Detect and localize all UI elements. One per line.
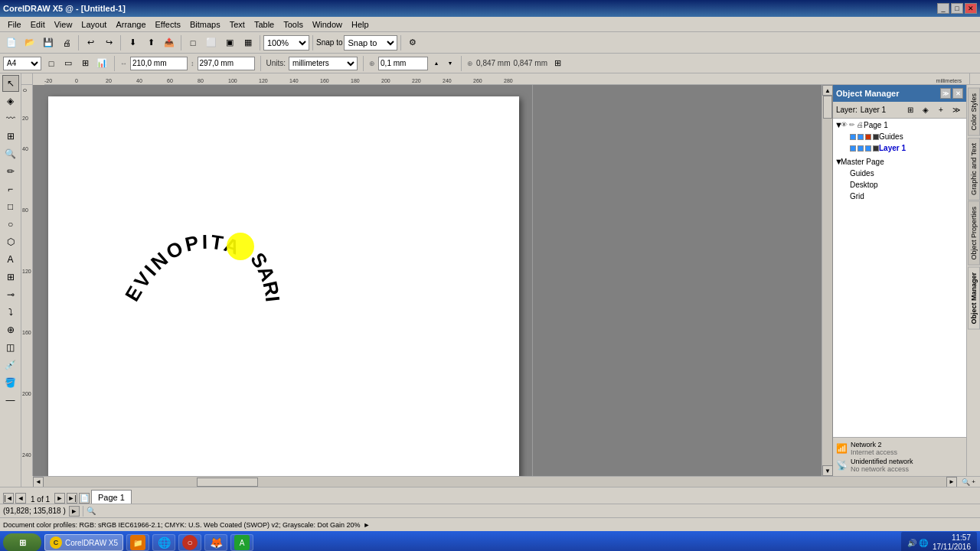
taskbar-app-app1[interactable]: ○ xyxy=(178,534,201,551)
nudge-up[interactable]: ▲ xyxy=(431,60,442,67)
prev-page-button[interactable]: ◄ xyxy=(15,493,26,504)
close-button[interactable]: ✕ xyxy=(965,3,977,14)
menu-arrange[interactable]: Arrange xyxy=(111,18,150,31)
dimension-tool[interactable]: ⊸ xyxy=(2,286,19,303)
units-select[interactable]: millimeters inches pixels xyxy=(289,57,358,70)
print-button[interactable]: 🖨 xyxy=(58,34,75,51)
page-width-input[interactable] xyxy=(130,57,188,70)
page-height-input[interactable] xyxy=(198,57,255,70)
options-button[interactable]: ⚙ xyxy=(404,34,421,51)
menu-layout[interactable]: Layout xyxy=(77,18,111,31)
tree-toggle-master[interactable]: ▼ xyxy=(835,157,841,166)
colorpicker-tool[interactable]: 💉 xyxy=(2,357,19,373)
open-button[interactable]: 📂 xyxy=(21,34,38,51)
view-btn3[interactable]: ▣ xyxy=(221,34,238,51)
page-tab-1[interactable]: Page 1 xyxy=(91,490,132,504)
om-btn-add[interactable]: + xyxy=(934,103,948,117)
om-btn-objects[interactable]: ◈ xyxy=(919,103,933,117)
menu-edit[interactable]: Edit xyxy=(26,18,50,31)
table-tool[interactable]: ⊞ xyxy=(2,269,19,285)
fill-tool[interactable]: 🪣 xyxy=(2,374,19,391)
tab-object-manager[interactable]: Object Manager xyxy=(968,267,980,330)
view-btn1[interactable]: □ xyxy=(185,34,201,51)
first-page-button[interactable]: |◄ xyxy=(3,493,14,504)
tree-item-layer1[interactable]: Layer 1 xyxy=(833,142,966,154)
curve-tool[interactable]: ✏ xyxy=(2,163,19,180)
maximize-button[interactable]: □ xyxy=(951,3,963,14)
taskbar-app-app2[interactable]: A xyxy=(230,534,253,551)
crop-tool[interactable]: ⊞ xyxy=(2,128,19,145)
select-tool[interactable]: ↖ xyxy=(2,75,19,92)
menu-bitmaps[interactable]: Bitmaps xyxy=(185,18,225,31)
tree-item-guides2[interactable]: Guides xyxy=(833,168,966,179)
page-settings-button[interactable]: ⊞ xyxy=(78,57,92,70)
menu-file[interactable]: File xyxy=(3,18,26,31)
nudge-input[interactable] xyxy=(378,57,428,70)
h-scroll-left-button[interactable]: ◄ xyxy=(33,477,44,487)
paper-size-select[interactable]: A4 xyxy=(3,57,41,70)
tab-color-styles[interactable]: Color Styles xyxy=(968,88,980,136)
redo-button[interactable]: ↪ xyxy=(100,34,117,51)
landscape-button[interactable]: ▭ xyxy=(61,57,75,70)
blend-tool[interactable]: ⊕ xyxy=(2,321,19,338)
tree-toggle-page1[interactable]: ▼ xyxy=(835,120,841,129)
smart-draw-tool[interactable]: ⌐ xyxy=(2,181,19,197)
om-btn-expand[interactable]: ≫ xyxy=(949,103,963,117)
smear-tool[interactable]: 〰 xyxy=(2,110,19,127)
portrait-button[interactable]: □ xyxy=(44,57,58,70)
new-button[interactable]: 📄 xyxy=(3,34,20,51)
add-page-button[interactable]: 📄 xyxy=(79,493,90,504)
zoom-select[interactable]: 100% 50% 200% xyxy=(263,35,309,51)
dup-btn[interactable]: ⊞ xyxy=(550,57,564,70)
h-scroll-right-button[interactable]: ► xyxy=(946,477,957,487)
menu-effects[interactable]: Effects xyxy=(151,18,185,31)
h-scroll-thumb[interactable] xyxy=(197,478,258,487)
tab-object-properties[interactable]: Object Properties xyxy=(968,201,980,266)
menu-help[interactable]: Help xyxy=(347,18,374,31)
scroll-thumb[interactable] xyxy=(823,96,832,119)
minimize-button[interactable]: _ xyxy=(937,3,949,14)
import-button[interactable]: ⬇ xyxy=(124,34,141,51)
menu-tools[interactable]: Tools xyxy=(279,18,308,31)
menu-table[interactable]: Table xyxy=(250,18,279,31)
last-page-button[interactable]: ►| xyxy=(67,493,77,504)
publish-button[interactable]: 📤 xyxy=(161,34,178,51)
tree-item-masterpage[interactable]: ▼ Master Page xyxy=(833,155,966,168)
stroke-tool[interactable]: — xyxy=(2,392,19,409)
tree-item-page1[interactable]: ▼ 👁 ✏ 🖨 Page 1 xyxy=(833,119,966,131)
zoom-out-icon[interactable]: 🔍 xyxy=(962,478,970,486)
canvas[interactable]: EVINOPITA SARI xyxy=(33,85,822,476)
panel-close-button[interactable]: ✕ xyxy=(952,88,963,99)
tree-item-guides1[interactable]: Guides xyxy=(833,131,966,142)
tab-graphic-text[interactable]: Graphic and Text xyxy=(968,138,980,201)
transparency-tool[interactable]: ◫ xyxy=(2,339,19,356)
tree-item-grid[interactable]: Grid xyxy=(833,191,966,202)
scroll-down-button[interactable]: ▼ xyxy=(822,465,833,476)
status-arrow-button[interactable]: ► xyxy=(69,506,80,517)
scroll-up-button[interactable]: ▲ xyxy=(822,85,833,96)
page-stats-button[interactable]: 📊 xyxy=(95,57,109,70)
shape-tool[interactable]: ◈ xyxy=(2,93,19,109)
view-btn2[interactable]: ⬜ xyxy=(203,34,220,51)
taskbar-app-firefox[interactable]: 🦊 xyxy=(204,534,227,551)
rect-tool[interactable]: □ xyxy=(2,198,19,215)
menu-window[interactable]: Window xyxy=(308,18,347,31)
menu-view[interactable]: View xyxy=(50,18,77,31)
taskbar-app-explorer[interactable]: 📁 xyxy=(126,534,149,551)
taskbar-app-coreldraw[interactable]: C CorelDRAW X5 xyxy=(44,534,123,551)
ellipse-tool[interactable]: ○ xyxy=(2,216,19,233)
save-button[interactable]: 💾 xyxy=(40,34,57,51)
export-button[interactable]: ⬆ xyxy=(142,34,159,51)
next-page-button[interactable]: ► xyxy=(54,493,65,504)
zoom-in-icon[interactable]: + xyxy=(972,478,975,485)
nudge-dn[interactable]: ▼ xyxy=(445,60,456,67)
zoom-tool[interactable]: 🔍 xyxy=(2,145,19,162)
taskbar-app-chrome[interactable]: 🌐 xyxy=(152,534,175,551)
color-profile-arrow[interactable]: ► xyxy=(364,521,371,529)
snap-select[interactable]: Snap to xyxy=(344,35,397,51)
start-button[interactable]: ⊞ xyxy=(3,533,41,551)
connector-tool[interactable]: ⤵ xyxy=(2,304,19,321)
panel-expand-button[interactable]: ≫ xyxy=(940,88,951,99)
view-btn4[interactable]: ▦ xyxy=(240,34,256,51)
undo-button[interactable]: ↩ xyxy=(82,34,99,51)
